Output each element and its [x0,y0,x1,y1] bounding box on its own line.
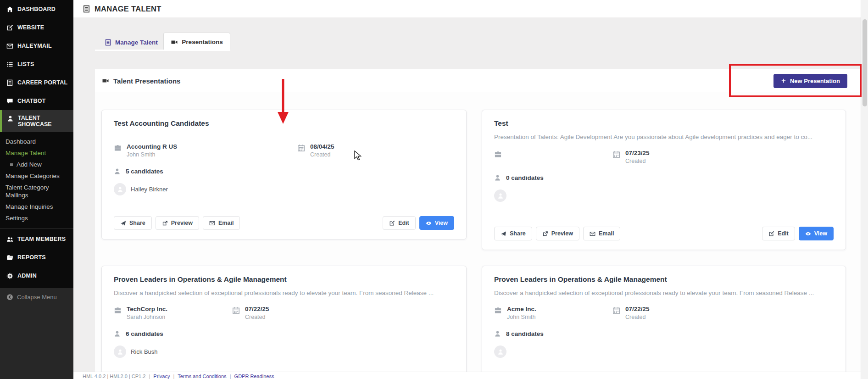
button-label: View [814,230,827,237]
edit-button[interactable]: Edit [762,227,795,240]
person-icon [494,174,501,181]
company-info [494,150,612,164]
sidebar-item-website[interactable]: WEBSITE [0,18,73,37]
sidebar-item-label: CHATBOT [17,98,46,104]
sidebar-item-haleymail[interactable]: HALEYMAIL [0,37,73,55]
tab-presentations[interactable]: Presentations [163,33,230,51]
footer-separator: | [173,373,174,379]
tab-underline [95,50,230,51]
scrollbar-thumb[interactable] [862,19,867,106]
share-icon [120,220,126,226]
preview-button[interactable]: Preview [536,227,579,240]
person-icon [494,330,501,337]
share-button[interactable]: Share [494,227,532,240]
candidates-count: 8 candidates [494,330,834,337]
collapse-menu-label: Collapse Menu [17,294,57,301]
avatar [494,346,506,358]
date-info: 08/04/25 Created [297,143,334,158]
sidebar-item-reports[interactable]: REPORTS [0,248,73,267]
home-icon [6,6,13,13]
contact-name: John Smith [127,151,177,158]
card-title: Test [494,119,834,128]
share-button[interactable]: Share [114,216,152,230]
tab-label: Presentations [182,39,223,45]
submenu-item-dashboard[interactable]: Dashboard [0,136,73,147]
person-icon [114,330,121,337]
sidebar-item-dashboard[interactable]: DASHBOARD [0,0,73,18]
submenu-item-manage-categories[interactable]: Manage Categories [0,170,73,182]
email-button[interactable]: Email [583,227,620,240]
sidebar-item-admin[interactable]: ADMIN [0,267,73,285]
company-info: Accounting R US John Smith [114,143,297,158]
card-description: Discover a handpicked selection of excep… [114,290,454,296]
calendar-icon [612,307,620,314]
button-label: Share [510,230,526,237]
view-button[interactable]: View [419,216,454,230]
sidebar-item-label: DASHBOARD [17,6,56,12]
date-info: 07/23/25 Created [612,150,650,164]
company-name: Acme Inc. [507,306,536,312]
annotation-red-rectangle [729,64,862,97]
button-label: Edit [398,220,409,226]
button-label: Email [218,220,234,226]
collapse-menu-button[interactable]: Collapse Menu [0,288,73,306]
submenu-item-settings[interactable]: Settings [0,212,73,224]
card-description: Presentation of Talents: Agile Developme… [494,134,834,140]
candidates-count: 0 candidates [494,174,834,181]
owner-row: Rick Bush [114,346,454,358]
presentation-card: Test Presentation of Talents: Agile Deve… [482,110,846,250]
sidebar-item-chatbot[interactable]: CHATBOT [0,92,73,110]
sidebar-item-label: TEAM MEMBERS [17,236,66,242]
submenu-item-label: Add New [17,161,42,168]
avatar [114,346,126,358]
preview-icon [542,231,548,237]
submenu-item-talent-category-mailings[interactable]: Talent Category Mailings [0,182,73,201]
candidates-count: 5 candidates [114,168,454,175]
sidebar-item-label: HALEYMAIL [17,43,52,49]
calendar-icon [612,150,620,158]
envelope-icon [6,43,13,50]
submenu-item-manage-inquiries[interactable]: Manage Inquiries [0,201,73,212]
person-icon [117,349,123,355]
footer-bar: HML 4.0.2 | HML2.0 | CP1.2 | Privacy | T… [73,372,868,379]
edit-button[interactable]: Edit [383,216,416,230]
email-button[interactable]: Email [203,216,240,230]
tab-manage-talent[interactable]: Manage Talent [105,34,158,50]
company-name: TechCorp Inc. [127,306,167,312]
submenu-item-add-new[interactable]: Add New [0,159,73,170]
created-date: 08/04/25 [310,143,334,150]
created-label: Created [245,314,269,320]
owner-name: Hailey Birkner [131,186,168,193]
view-button[interactable]: View [799,227,834,240]
mouse-cursor [354,150,362,161]
page-title: MANAGE TALENT [95,5,161,13]
sidebar-item-lists[interactable]: LISTS [0,55,73,73]
owner-name: Rick Bush [131,348,158,355]
footer-link-terms[interactable]: Terms and Conditions [178,373,226,379]
sidebar-item-label: CAREER PORTAL [17,79,67,86]
envelope-icon [590,231,595,237]
footer-version-text: HML 4.0.2 | HML2.0 | CP1.2 [83,373,145,379]
sidebar-item-career-portal[interactable]: CAREER PORTAL [0,73,73,92]
submenu-item-manage-talent[interactable]: Manage Talent [0,147,73,159]
presentation-card: Proven Leaders in Operations & Agile Man… [482,266,846,379]
footer-separator: | [149,373,150,379]
footer-link-privacy[interactable]: Privacy [153,373,170,379]
candidates-label: 5 candidates [126,168,163,175]
sidebar-item-team-members[interactable]: TEAM MEMBERS [0,230,73,248]
preview-button[interactable]: Preview [156,216,199,230]
person-icon [497,349,504,355]
briefcase-icon [494,307,502,314]
candidates-count: 6 candidates [114,330,454,337]
created-label: Created [310,151,334,158]
sidebar-item-talent-showcase[interactable]: TALENT SHOWCASE [0,110,73,132]
eye-icon [426,220,432,226]
created-label: Created [625,314,650,320]
document-icon [105,39,111,46]
video-icon [102,77,109,84]
created-date: 07/22/25 [625,306,650,312]
button-label: Preview [171,220,193,226]
contact-name: Sarah Johnson [127,314,167,320]
date-info: 07/22/25 Created [232,306,269,320]
footer-link-gdpr[interactable]: GDPR Readiness [234,373,274,379]
